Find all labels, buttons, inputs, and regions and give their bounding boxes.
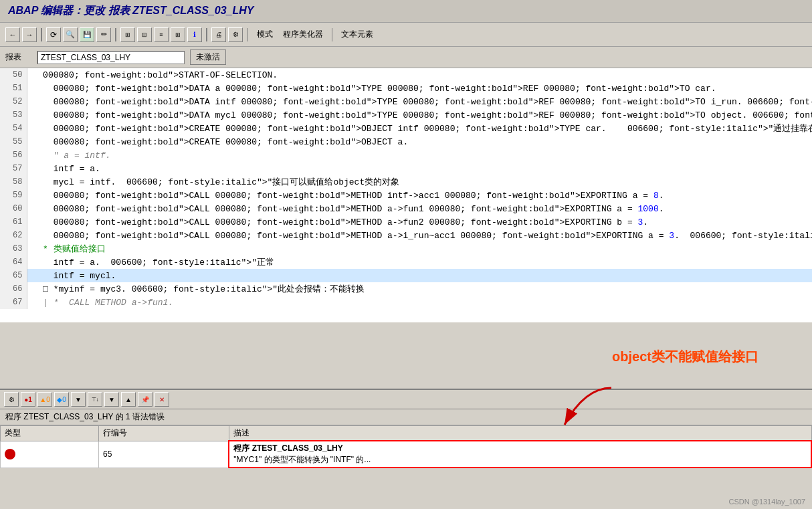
report-bar: 报表 未激活 <box>0 47 812 68</box>
toolbar-btn-4[interactable]: ⊟ <box>137 27 152 42</box>
toolbar-sep-3 <box>206 28 207 41</box>
toolbar-btn-6[interactable]: ⊞ <box>171 27 185 42</box>
code-line: 000080; font-weight:bold">DATA intf 0000… <box>27 95 812 108</box>
code-line: * 类赋值给接口 <box>27 242 812 256</box>
mode-button[interactable]: 模式 <box>253 27 277 41</box>
edit-button[interactable]: ✏ <box>96 27 111 42</box>
bottom-panel: ⚙ ●1 ▲0 ◆0 ▼ ⊤↓ ▼ ▲ 📌 ✕ 程序 ZTEST_CLASS_0… <box>0 389 812 509</box>
code-line: " a = intf. <box>27 148 812 162</box>
line-number: 60 <box>0 202 27 215</box>
bottom-btn-pin[interactable]: 📌 <box>138 392 153 407</box>
title-text: ABAP 编辑器：更改 报表 ZTEST_CLASS_03_LHY <box>8 5 253 16</box>
code-line: intf = mycl. <box>27 269 812 282</box>
line-number: 62 <box>0 229 27 242</box>
line-number: 65 <box>0 269 27 282</box>
code-row: 59 000080; font-weight:bold">CALL 000080… <box>0 189 812 202</box>
line-number: 55 <box>0 135 27 148</box>
code-line: mycl = intf. 006600; font-style:italic">… <box>27 175 812 189</box>
title-bar: ABAP 编辑器：更改 报表 ZTEST_CLASS_03_LHY <box>0 0 812 23</box>
line-number: 54 <box>0 122 27 135</box>
code-row: 65 intf = mycl. <box>0 269 812 282</box>
toolbar: ← → ⟳ 🔍 💾 ✏ ⊞ ⊟ ≡ ⊞ ℹ 🖨 ⚙ 模式 程序美化器 文本元素 <box>0 23 812 47</box>
code-line: 000080; font-weight:bold">DATA mycl 0000… <box>27 108 812 122</box>
code-row: 64 intf = a. 006600; font-style:italic">… <box>0 256 812 269</box>
error-desc-cell: 程序 ZTEST_CLASS_03_LHY"MYC1" 的类型不能转换为 "IN… <box>229 441 811 468</box>
code-line: □ *myinf = myc3. 006600; font-style:ital… <box>27 282 812 296</box>
error-type-cell: ● <box>1 441 99 468</box>
annotation-text: object类不能赋值给接口 <box>612 349 758 364</box>
line-number: 61 <box>0 215 27 229</box>
line-number: 64 <box>0 256 27 269</box>
code-row: 62 000080; font-weight:bold">CALL 000080… <box>0 229 812 242</box>
line-number: 52 <box>0 95 27 108</box>
code-line: | * CALL METHOD a->fun1. <box>27 296 812 309</box>
bottom-btn-sort[interactable]: ⊤↓ <box>88 392 102 407</box>
toolbar-divider-1 <box>247 28 248 41</box>
bottom-toolbar: ⚙ ●1 ▲0 ◆0 ▼ ⊤↓ ▼ ▲ 📌 ✕ <box>0 390 812 409</box>
code-editor[interactable]: 50 000080; font-weight:bold">START-OF-SE… <box>0 68 812 322</box>
bottom-btn-down[interactable]: ▼ <box>104 392 119 407</box>
line-number: 57 <box>0 162 27 175</box>
info-button[interactable]: ℹ <box>187 27 202 42</box>
search-button[interactable]: 🔍 <box>63 27 78 42</box>
code-row: 55 000080; font-weight:bold">CREATE 0000… <box>0 135 812 148</box>
line-number: 59 <box>0 189 27 202</box>
code-row: 67 | * CALL METHOD a->fun1. <box>0 296 812 309</box>
col-desc: 描述 <box>229 426 811 441</box>
back-button[interactable]: ← <box>5 27 20 42</box>
bottom-btn-1[interactable]: ⚙ <box>4 392 19 407</box>
code-row: 58 mycl = intf. 006600; font-style:itali… <box>0 175 812 189</box>
forward-button[interactable]: → <box>22 27 37 42</box>
toolbar-sep-2 <box>115 28 116 41</box>
code-line: 000080; font-weight:bold">DATA a 000080;… <box>27 82 812 95</box>
text-element-button[interactable]: 文本元素 <box>337 27 377 41</box>
report-label: 报表 <box>5 52 32 63</box>
code-line: 000080; font-weight:bold">CALL 000080; f… <box>27 215 812 229</box>
code-line: 000080; font-weight:bold">CALL 000080; f… <box>27 202 812 215</box>
code-row: 66 □ *myinf = myc3. 006600; font-style:i… <box>0 282 812 296</box>
line-number: 50 <box>0 68 27 82</box>
code-row: 61 000080; font-weight:bold">CALL 000080… <box>0 215 812 229</box>
code-row: 60 000080; font-weight:bold">CALL 000080… <box>0 202 812 215</box>
line-number: 58 <box>0 175 27 189</box>
error-line-cell: 65 <box>99 441 229 468</box>
error-icon: ● <box>5 449 15 460</box>
bottom-btn-up[interactable]: ▲ <box>121 392 136 407</box>
line-number: 66 <box>0 282 27 296</box>
col-line: 行编号 <box>99 426 229 441</box>
code-line: 000080; font-weight:bold">START-OF-SELEC… <box>27 68 812 82</box>
line-number: 53 <box>0 108 27 122</box>
save-button[interactable]: 💾 <box>80 27 94 42</box>
code-row: 63 * 类赋值给接口 <box>0 242 812 256</box>
col-type: 类型 <box>1 426 99 441</box>
refresh-button[interactable]: ⟳ <box>46 27 61 42</box>
bottom-btn-warning[interactable]: ▲0 <box>37 392 52 407</box>
line-number: 51 <box>0 82 27 95</box>
code-row: 54 000080; font-weight:bold">CREATE 0000… <box>0 122 812 135</box>
bottom-btn-info[interactable]: ◆0 <box>54 392 69 407</box>
toolbar-btn-3[interactable]: ⊞ <box>120 27 135 42</box>
status-badge: 未激活 <box>190 49 226 65</box>
line-number: 67 <box>0 296 27 309</box>
error-table-header: 类型 行编号 描述 <box>1 426 812 441</box>
toolbar-divider-2 <box>332 28 332 41</box>
report-name-input[interactable] <box>37 51 185 64</box>
bottom-btn-close[interactable]: ✕ <box>155 392 169 407</box>
code-line: 000080; font-weight:bold">CALL 000080; f… <box>27 189 812 202</box>
arrow-annotation <box>544 381 625 437</box>
bottom-btn-red[interactable]: ●1 <box>21 392 35 407</box>
annotation-box: object类不能赋值给接口 <box>612 348 758 366</box>
toolbar-btn-5[interactable]: ≡ <box>154 27 169 42</box>
code-row: 50 000080; font-weight:bold">START-OF-SE… <box>0 68 812 82</box>
bottom-btn-filter[interactable]: ▼ <box>71 392 86 407</box>
error-row[interactable]: ●65程序 ZTEST_CLASS_03_LHY"MYC1" 的类型不能转换为 … <box>1 441 812 468</box>
print-button[interactable]: 🖨 <box>211 27 226 42</box>
code-line: 000080; font-weight:bold">CREATE 000080;… <box>27 135 812 148</box>
code-line: intf = a. 006600; font-style:italic">"正常 <box>27 256 812 269</box>
error-table: 类型 行编号 描述 ●65程序 ZTEST_CLASS_03_LHY"MYC1"… <box>0 425 812 468</box>
settings-button[interactable]: ⚙ <box>228 27 243 42</box>
code-row: 57 intf = a. <box>0 162 812 175</box>
beautify-button[interactable]: 程序美化器 <box>279 27 327 41</box>
error-header: 程序 ZTEST_CLASS_03_LHY 的 1 语法错误 <box>0 409 812 425</box>
toolbar-sep-1 <box>41 28 42 41</box>
